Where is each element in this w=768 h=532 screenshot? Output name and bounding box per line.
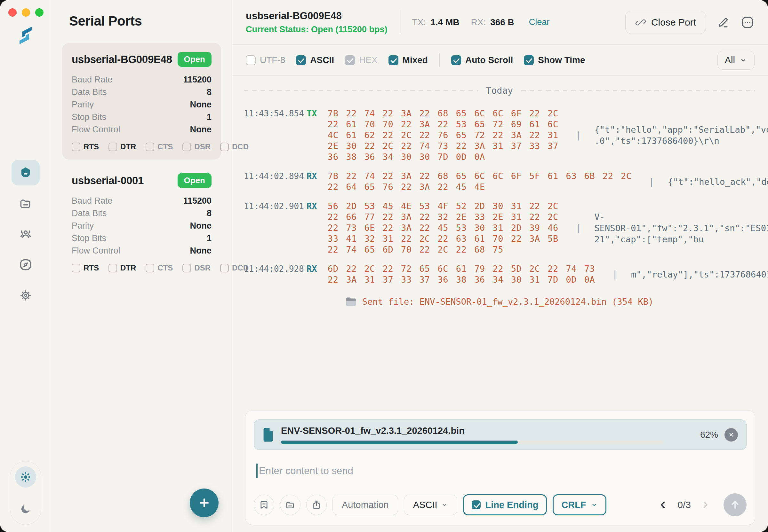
signal-checkbox[interactable]	[72, 143, 80, 151]
hex-row: 33 41 32 31 22 2C 22 63 61 70 22 3A 5B	[328, 233, 558, 244]
close-port-button[interactable]: Close Port	[625, 11, 706, 34]
light-mode-button[interactable]	[15, 466, 36, 488]
rail-item-settings[interactable]	[12, 283, 40, 308]
checkbox-label: Auto Scroll	[465, 55, 513, 65]
add-port-button[interactable]	[190, 489, 219, 517]
option-show-time[interactable]: Show Time	[524, 55, 585, 65]
port-card[interactable]: usbserial-0001OpenBaud Rate115200Data Bi…	[62, 164, 221, 281]
chevron-right-icon[interactable]	[701, 500, 710, 510]
hex-row: 22 66 77 22 3A 22 32 2E 33 2E 31 22 2C	[328, 212, 558, 223]
terminal-log[interactable]: Today 11:43:54.854TX7B 22 74 22 3A 22 68…	[232, 76, 768, 410]
log-entries: 11:43:54.854TX7B 22 74 22 3A 22 68 65 6C…	[244, 108, 755, 285]
sidebar: Serial Ports usbserial-BG009E48OpenBaud …	[51, 0, 232, 532]
line-ending-checkbox[interactable]	[472, 500, 481, 509]
signal-checkbox[interactable]	[182, 264, 191, 272]
preview-line: .0","ts":1737686400}\r\n	[595, 135, 768, 146]
signal-checkbox[interactable]	[108, 264, 117, 272]
transfer-filename: ENV-SENSOR-01_fw_v2.3.1_20260124.bin	[281, 426, 692, 436]
field-value: 1	[207, 111, 212, 123]
port-field: Stop Bits1	[72, 111, 212, 123]
chevron-left-icon[interactable]	[658, 500, 668, 510]
signal-checkbox[interactable]	[220, 264, 229, 272]
option-hex[interactable]: HEX	[345, 55, 378, 65]
traffic-light-close[interactable]	[8, 8, 17, 17]
traffic-light-zoom[interactable]	[35, 8, 43, 17]
theme-toggle	[10, 461, 41, 525]
checkbox[interactable]	[246, 55, 256, 65]
line-ending-select[interactable]: CRLF	[552, 494, 606, 515]
checkbox[interactable]	[345, 55, 355, 65]
signal-dcd[interactable]: DCD	[220, 142, 249, 151]
signal-dcd[interactable]: DCD	[220, 263, 249, 272]
preview-line: 21","cap":["temp","hu	[595, 234, 768, 245]
port-status: Current Status: Open (115200 bps)	[246, 25, 388, 35]
cancel-transfer-button[interactable]	[725, 428, 738, 442]
signal-dtr[interactable]: DTR	[108, 263, 136, 272]
port-card[interactable]: usbserial-BG009E48OpenBaud Rate115200Dat…	[62, 43, 221, 160]
signal-checkbox[interactable]	[220, 143, 229, 151]
moon-icon	[20, 503, 32, 515]
signal-cts[interactable]: CTS	[145, 263, 173, 272]
signal-checkbox[interactable]	[145, 264, 154, 272]
signal-dsr[interactable]: DSR	[182, 263, 211, 272]
checkbox[interactable]	[296, 55, 306, 65]
signal-checkbox[interactable]	[108, 143, 117, 151]
automation-button[interactable]: Automation	[333, 495, 398, 515]
rail-item-discover[interactable]	[12, 252, 40, 278]
rail-item-ports[interactable]	[12, 160, 40, 185]
traffic-light-minimize[interactable]	[22, 8, 30, 17]
transfer-progress-track	[281, 441, 663, 444]
date-divider: Today	[244, 85, 755, 96]
hex-row: 36 38 36 34 30 30 7D 0D 0A	[328, 152, 558, 162]
checkbox[interactable]	[451, 55, 461, 65]
chevron-down-icon	[740, 56, 747, 64]
edit-button[interactable]	[717, 16, 730, 29]
dark-mode-button[interactable]	[15, 498, 36, 520]
signal-label: DTR	[120, 263, 136, 272]
signal-cts[interactable]: CTS	[145, 142, 173, 151]
clear-link[interactable]: Clear	[529, 17, 550, 27]
signal-dsr[interactable]: DSR	[182, 142, 211, 151]
signal-label: RTS	[83, 263, 99, 272]
more-options-button[interactable]	[741, 15, 755, 29]
status-badge: Open	[177, 52, 212, 67]
line-ending-toggle[interactable]: Line Ending	[463, 494, 547, 515]
signal-rts[interactable]: RTS	[72, 142, 99, 151]
send-file-button[interactable]	[306, 495, 327, 515]
preview-line: m","relay"],"ts":1737686401}\r\n	[631, 269, 768, 280]
signal-label: CTS	[157, 263, 173, 272]
signal-label: RTS	[83, 142, 99, 151]
file-browser-button[interactable]	[280, 495, 301, 515]
behavior-options: Auto ScrollShow Time	[451, 55, 585, 65]
direction-filter-select[interactable]: All	[717, 51, 755, 70]
signal-rts[interactable]: RTS	[72, 263, 99, 272]
option-ascii[interactable]: ASCII	[296, 55, 334, 65]
option-mixed[interactable]: Mixed	[388, 55, 428, 65]
log-direction: RX	[307, 171, 328, 182]
signal-checkbox[interactable]	[72, 264, 80, 272]
send-input[interactable]: Enter content to send	[254, 462, 747, 480]
rail-item-files[interactable]	[12, 191, 40, 216]
preview-line: SENSOR-01","fw":"2.3.1","sn":"ES01-9F3A	[595, 223, 768, 234]
signal-dtr[interactable]: DTR	[108, 142, 136, 151]
preview-lines: {"t":"hello","app":"SerialLab","ver":"1.…	[595, 124, 768, 146]
preview-pipe: |	[576, 130, 581, 141]
chevron-down-icon	[441, 501, 448, 508]
checkbox[interactable]	[388, 55, 398, 65]
encoding-value: ASCII	[413, 500, 437, 510]
checkbox[interactable]	[524, 55, 534, 65]
option-auto-scroll[interactable]: Auto Scroll	[451, 55, 513, 65]
page-title: Serial Ports	[69, 13, 221, 29]
encoding-select[interactable]: ASCII	[404, 495, 458, 515]
log-direction: TX	[307, 108, 328, 119]
send-button[interactable]	[724, 493, 747, 516]
signal-checkbox[interactable]	[145, 143, 154, 151]
rail-item-users[interactable]	[12, 221, 40, 247]
option-utf-8[interactable]: UTF-8	[246, 55, 285, 65]
folder-icon	[19, 196, 33, 210]
signal-checkbox[interactable]	[182, 143, 191, 151]
tx-label: TX:	[412, 17, 426, 27]
preview-lines: {"t":"hello_ack","dev":"EN	[668, 176, 768, 187]
port-field: Baud Rate115200	[72, 74, 212, 85]
snippets-button[interactable]	[254, 495, 274, 515]
